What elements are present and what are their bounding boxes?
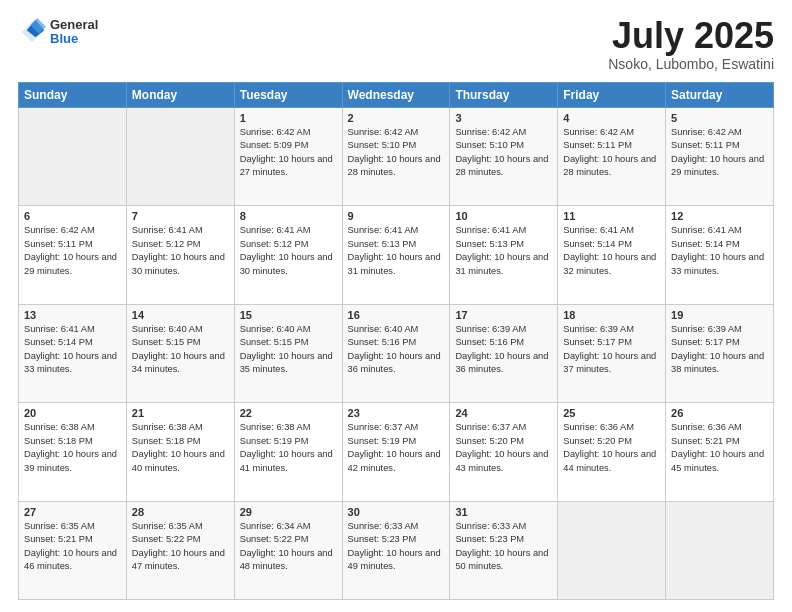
day-info: Sunrise: 6:33 AM Sunset: 5:23 PM Dayligh… [348, 520, 445, 574]
day-number: 25 [563, 407, 660, 419]
day-number: 14 [132, 309, 229, 321]
day-number: 16 [348, 309, 445, 321]
day-number: 9 [348, 210, 445, 222]
day-number: 21 [132, 407, 229, 419]
calendar-cell: 11Sunrise: 6:41 AM Sunset: 5:14 PM Dayli… [558, 206, 666, 304]
day-number: 30 [348, 506, 445, 518]
logo-text: General Blue [50, 18, 98, 47]
day-number: 5 [671, 112, 768, 124]
day-info: Sunrise: 6:34 AM Sunset: 5:22 PM Dayligh… [240, 520, 337, 574]
calendar-cell: 15Sunrise: 6:40 AM Sunset: 5:15 PM Dayli… [234, 304, 342, 402]
calendar-cell: 1Sunrise: 6:42 AM Sunset: 5:09 PM Daylig… [234, 108, 342, 206]
day-info: Sunrise: 6:42 AM Sunset: 5:09 PM Dayligh… [240, 126, 337, 180]
day-info: Sunrise: 6:41 AM Sunset: 5:12 PM Dayligh… [240, 224, 337, 278]
calendar-cell: 12Sunrise: 6:41 AM Sunset: 5:14 PM Dayli… [666, 206, 774, 304]
day-info: Sunrise: 6:41 AM Sunset: 5:12 PM Dayligh… [132, 224, 229, 278]
calendar-cell: 7Sunrise: 6:41 AM Sunset: 5:12 PM Daylig… [126, 206, 234, 304]
day-info: Sunrise: 6:40 AM Sunset: 5:15 PM Dayligh… [240, 323, 337, 377]
calendar-cell: 10Sunrise: 6:41 AM Sunset: 5:13 PM Dayli… [450, 206, 558, 304]
day-number: 22 [240, 407, 337, 419]
day-info: Sunrise: 6:37 AM Sunset: 5:20 PM Dayligh… [455, 421, 552, 475]
day-number: 29 [240, 506, 337, 518]
day-info: Sunrise: 6:42 AM Sunset: 5:11 PM Dayligh… [24, 224, 121, 278]
day-info: Sunrise: 6:41 AM Sunset: 5:13 PM Dayligh… [348, 224, 445, 278]
calendar-cell: 6Sunrise: 6:42 AM Sunset: 5:11 PM Daylig… [19, 206, 127, 304]
day-info: Sunrise: 6:36 AM Sunset: 5:20 PM Dayligh… [563, 421, 660, 475]
day-info: Sunrise: 6:42 AM Sunset: 5:10 PM Dayligh… [348, 126, 445, 180]
day-info: Sunrise: 6:39 AM Sunset: 5:16 PM Dayligh… [455, 323, 552, 377]
day-info: Sunrise: 6:37 AM Sunset: 5:19 PM Dayligh… [348, 421, 445, 475]
calendar-header-saturday: Saturday [666, 83, 774, 108]
calendar-table: SundayMondayTuesdayWednesdayThursdayFrid… [18, 82, 774, 600]
calendar-header-tuesday: Tuesday [234, 83, 342, 108]
day-number: 26 [671, 407, 768, 419]
day-info: Sunrise: 6:38 AM Sunset: 5:19 PM Dayligh… [240, 421, 337, 475]
day-info: Sunrise: 6:35 AM Sunset: 5:21 PM Dayligh… [24, 520, 121, 574]
calendar-cell: 5Sunrise: 6:42 AM Sunset: 5:11 PM Daylig… [666, 108, 774, 206]
day-number: 17 [455, 309, 552, 321]
calendar-cell: 9Sunrise: 6:41 AM Sunset: 5:13 PM Daylig… [342, 206, 450, 304]
title-month: July 2025 [608, 18, 774, 54]
day-number: 2 [348, 112, 445, 124]
day-number: 23 [348, 407, 445, 419]
day-info: Sunrise: 6:35 AM Sunset: 5:22 PM Dayligh… [132, 520, 229, 574]
day-number: 13 [24, 309, 121, 321]
header: General Blue July 2025 Nsoko, Lubombo, E… [18, 18, 774, 72]
day-number: 10 [455, 210, 552, 222]
calendar-cell: 4Sunrise: 6:42 AM Sunset: 5:11 PM Daylig… [558, 108, 666, 206]
day-number: 18 [563, 309, 660, 321]
day-number: 4 [563, 112, 660, 124]
calendar-header-wednesday: Wednesday [342, 83, 450, 108]
calendar-cell: 20Sunrise: 6:38 AM Sunset: 5:18 PM Dayli… [19, 403, 127, 501]
calendar-cell: 24Sunrise: 6:37 AM Sunset: 5:20 PM Dayli… [450, 403, 558, 501]
calendar-cell: 23Sunrise: 6:37 AM Sunset: 5:19 PM Dayli… [342, 403, 450, 501]
day-number: 31 [455, 506, 552, 518]
calendar-cell: 3Sunrise: 6:42 AM Sunset: 5:10 PM Daylig… [450, 108, 558, 206]
title-block: July 2025 Nsoko, Lubombo, Eswatini [608, 18, 774, 72]
calendar-week-1: 1Sunrise: 6:42 AM Sunset: 5:09 PM Daylig… [19, 108, 774, 206]
calendar-header-sunday: Sunday [19, 83, 127, 108]
calendar-cell: 31Sunrise: 6:33 AM Sunset: 5:23 PM Dayli… [450, 501, 558, 599]
calendar-cell: 30Sunrise: 6:33 AM Sunset: 5:23 PM Dayli… [342, 501, 450, 599]
calendar-cell: 21Sunrise: 6:38 AM Sunset: 5:18 PM Dayli… [126, 403, 234, 501]
logo-blue: Blue [50, 32, 98, 46]
calendar-cell: 22Sunrise: 6:38 AM Sunset: 5:19 PM Dayli… [234, 403, 342, 501]
calendar-week-3: 13Sunrise: 6:41 AM Sunset: 5:14 PM Dayli… [19, 304, 774, 402]
calendar-cell: 2Sunrise: 6:42 AM Sunset: 5:10 PM Daylig… [342, 108, 450, 206]
day-info: Sunrise: 6:41 AM Sunset: 5:14 PM Dayligh… [24, 323, 121, 377]
day-info: Sunrise: 6:42 AM Sunset: 5:11 PM Dayligh… [563, 126, 660, 180]
calendar-cell: 19Sunrise: 6:39 AM Sunset: 5:17 PM Dayli… [666, 304, 774, 402]
day-info: Sunrise: 6:38 AM Sunset: 5:18 PM Dayligh… [132, 421, 229, 475]
calendar-cell [558, 501, 666, 599]
calendar-cell: 16Sunrise: 6:40 AM Sunset: 5:16 PM Dayli… [342, 304, 450, 402]
calendar-header-monday: Monday [126, 83, 234, 108]
calendar-header-thursday: Thursday [450, 83, 558, 108]
calendar-cell: 17Sunrise: 6:39 AM Sunset: 5:16 PM Dayli… [450, 304, 558, 402]
calendar-cell: 26Sunrise: 6:36 AM Sunset: 5:21 PM Dayli… [666, 403, 774, 501]
day-number: 1 [240, 112, 337, 124]
day-number: 15 [240, 309, 337, 321]
day-number: 19 [671, 309, 768, 321]
logo-general: General [50, 18, 98, 32]
calendar-cell [126, 108, 234, 206]
calendar-cell [666, 501, 774, 599]
day-info: Sunrise: 6:41 AM Sunset: 5:14 PM Dayligh… [563, 224, 660, 278]
logo: General Blue [18, 18, 98, 47]
calendar-header-friday: Friday [558, 83, 666, 108]
calendar-cell: 29Sunrise: 6:34 AM Sunset: 5:22 PM Dayli… [234, 501, 342, 599]
day-number: 12 [671, 210, 768, 222]
day-info: Sunrise: 6:40 AM Sunset: 5:15 PM Dayligh… [132, 323, 229, 377]
day-info: Sunrise: 6:42 AM Sunset: 5:11 PM Dayligh… [671, 126, 768, 180]
day-info: Sunrise: 6:38 AM Sunset: 5:18 PM Dayligh… [24, 421, 121, 475]
calendar-cell: 25Sunrise: 6:36 AM Sunset: 5:20 PM Dayli… [558, 403, 666, 501]
calendar-cell: 18Sunrise: 6:39 AM Sunset: 5:17 PM Dayli… [558, 304, 666, 402]
day-info: Sunrise: 6:33 AM Sunset: 5:23 PM Dayligh… [455, 520, 552, 574]
day-info: Sunrise: 6:41 AM Sunset: 5:14 PM Dayligh… [671, 224, 768, 278]
calendar-cell: 14Sunrise: 6:40 AM Sunset: 5:15 PM Dayli… [126, 304, 234, 402]
day-info: Sunrise: 6:39 AM Sunset: 5:17 PM Dayligh… [563, 323, 660, 377]
calendar-cell: 27Sunrise: 6:35 AM Sunset: 5:21 PM Dayli… [19, 501, 127, 599]
calendar-header-row: SundayMondayTuesdayWednesdayThursdayFrid… [19, 83, 774, 108]
calendar-cell [19, 108, 127, 206]
day-number: 8 [240, 210, 337, 222]
day-info: Sunrise: 6:42 AM Sunset: 5:10 PM Dayligh… [455, 126, 552, 180]
